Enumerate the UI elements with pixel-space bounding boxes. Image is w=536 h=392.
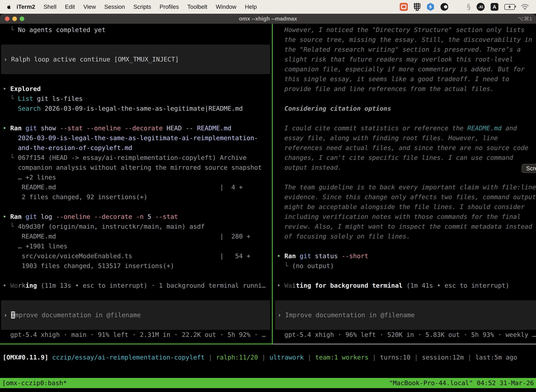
text-segment: README.md | 4 + [3,183,243,191]
screen-recording-icon[interactable] [400,3,408,11]
terminal-line: essay file, along with finding root file… [274,133,536,143]
terminal-pane-left[interactable]: └ No agents completed yet› Ralph loop ac… [0,25,272,340]
prompt-input[interactable]: › Improve documentation in @filename [1,300,270,330]
text-segment: • [3,282,10,289]
text-segment: └ [3,223,18,230]
menu-items: iTerm2ShellEditViewSessionScriptsProfile… [0,4,261,10]
text-segment: mprove documentation in @filename [15,311,141,319]
terminal-line: companion file, especially if more comme… [274,64,536,74]
status-segment: ultrawork [269,354,304,361]
bolt-glyph [429,4,432,9]
terminal-line: Considering citation options [274,104,536,113]
terminal-line: • Explored [0,84,272,94]
status-segment: | [304,354,315,361]
status-segment: ralph:11/20 [216,354,258,361]
text-segment: and [502,125,517,132]
text-segment: including verification notes with those … [277,213,521,220]
terminal-line: • Waiting for background terminal (1m 41… [274,281,536,290]
keyboard-shield-icon[interactable] [414,3,421,11]
screen-share-overlay-label: Scre [526,165,536,172]
menu-item-session[interactable]: Session [100,4,129,10]
pane-divider-vertical[interactable] [272,24,273,344]
status-segment: | [368,354,380,361]
bolt-hexagon-icon[interactable] [426,3,435,11]
text-segment: src/voice/voiceModeEnabled.ts | 54 + [3,252,250,260]
text-segment: this single essay, it seems like a good … [277,75,509,83]
text-segment: └ [277,262,292,269]
terminal-line: › Improve documentation in @filename [275,310,415,320]
apple-menu[interactable] [6,4,12,10]
menu-item-scripts[interactable]: Scripts [129,4,155,10]
text-cursor: I [11,311,15,319]
prompt-input[interactable]: › Improve documentation in @filename [275,300,536,330]
dots-grid-icon[interactable] [454,4,461,10]
text-segment: • [3,213,10,220]
text-segment: 1903 files changed, 513517 insertions(+) [3,262,174,269]
apple-icon [6,4,12,10]
text-segment: • [277,252,284,260]
terminal-line: Search 2026-03-09-is-legal-the-same-as-l… [0,104,272,113]
menu-status-icons: § ..61 A [400,3,536,11]
iterm-window: omx --xhigh --madmax ⌥⌘1 └ No agents com… [0,14,536,392]
text-segment: gpt-5.4 xhigh · main · 91% left · 2.31M … [3,331,266,338]
terminal-line: 1903 files changed, 513517 insertions(+) [0,261,272,271]
text-segment: git [22,125,37,132]
terminal-line: • Ran git log --oneline --decorate -n 5 … [0,212,272,222]
tmux-status-bar: [omx-cczip0:bash* "MacBook-Pro-44.local"… [0,378,536,388]
screen: iTerm2ShellEditViewSessionScriptsProfile… [0,0,536,392]
text-segment: of focusing solely on file lines. [277,233,410,240]
text-segment: i [292,282,296,289]
text-segment [3,105,18,112]
text-segment: └ [3,154,18,161]
terminal-line: • Working (11m 13s • esc to interrupt) ·… [0,281,272,290]
text-segment: List [18,95,33,102]
ralph-loop-banner[interactable]: › Ralph loop active continue [OMX_TMUX_I… [1,45,270,74]
text-segment: (1m 41s • esc to interrupt) [402,282,509,289]
menu-item-profiles[interactable]: Profiles [155,4,183,10]
menu-item-window[interactable]: Window [211,4,241,10]
wifi-icon[interactable] [521,4,529,10]
text-segment: Search [18,105,41,112]
terminal-blank-line [274,94,536,104]
menu-item-shell[interactable]: Shell [39,4,61,10]
terminal-pane-right[interactable]: However, I noticed the "Directory Struct… [274,25,536,340]
menu-item-iterm2[interactable]: iTerm2 [15,4,39,10]
terminal-line: slight risk that future readers may over… [274,54,536,64]
menu-item-help[interactable]: Help [241,4,261,10]
terminal-line: However, I noticed the "Directory Struct… [274,25,536,35]
terminal-line: review. Also, I might want to inspect th… [274,222,536,232]
a-badge-icon[interactable]: A [491,3,498,11]
text-segment: -- [182,125,193,132]
text-segment: (no output) [292,262,334,269]
text-segment: show [37,125,56,132]
menu-item-view[interactable]: View [79,4,100,10]
terminal-line: and-the-erosion-of-copyleft.md [0,143,272,153]
terminal-line: companion analysis without altering the … [0,163,272,173]
text-segment: • [3,125,10,132]
battery-icon[interactable] [504,4,515,10]
text-segment: • [3,85,10,92]
terminal-line: including verification notes with those … [274,212,536,222]
terminal-line: gpt-5.4 xhigh · main · 91% left · 2.31M … [0,330,272,340]
text-segment: review. Also, I might want to inspect th… [277,223,532,230]
terminal-line: gpt-5.4 xhigh · 96% left · 520K in · 5.8… [274,330,536,340]
battery-percent-icon[interactable]: ..61 [477,3,485,11]
tmux-session-label[interactable]: [omx-cczip0:bash* [2,378,67,388]
text-segment: Ralph loop active continue [OMX_TMUX_INJ… [11,56,179,63]
menu-item-edit[interactable]: Edit [61,4,79,10]
window-titlebar[interactable]: omx --xhigh --madmax ⌥⌘1 [0,14,536,24]
terminal-blank-line [0,113,272,123]
status-segment: team:1 workers [315,354,368,361]
terminal-blank-line [0,202,272,212]
menu-item-toolbelt[interactable]: Toolbelt [183,4,211,10]
text-segment: evidence. Since this change only affects… [277,193,536,201]
status-segment: | [464,354,475,361]
terminal-line: I could cite commit statistics or refere… [274,123,536,133]
text-segment: changes, I can't cite specific file line… [277,154,513,161]
text-segment: the "Related research writing" section i… [277,46,521,53]
text-segment: slight risk that future readers may over… [277,56,513,63]
squiggle-icon[interactable]: § [467,3,471,11]
pie-chart-icon[interactable] [440,3,448,11]
screen-share-overlay[interactable]: Scre [522,164,536,173]
text-segment: Explored [10,85,41,92]
